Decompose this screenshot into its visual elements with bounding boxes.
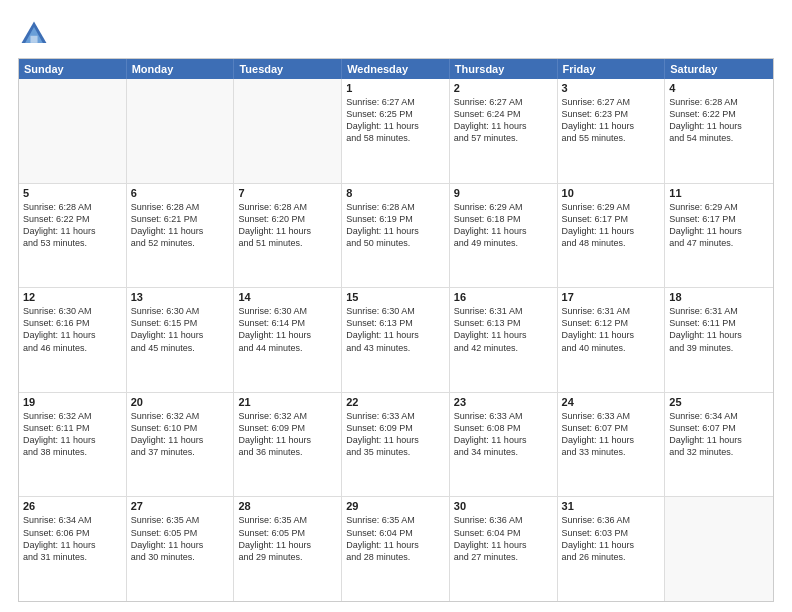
day-number: 9 (454, 187, 553, 199)
day-info: Sunrise: 6:30 AM Sunset: 6:14 PM Dayligh… (238, 305, 337, 354)
calendar-day-5: 5Sunrise: 6:28 AM Sunset: 6:22 PM Daylig… (19, 184, 127, 288)
day-info: Sunrise: 6:27 AM Sunset: 6:23 PM Dayligh… (562, 96, 661, 145)
calendar-week-2: 5Sunrise: 6:28 AM Sunset: 6:22 PM Daylig… (19, 184, 773, 289)
calendar-header: SundayMondayTuesdayWednesdayThursdayFrid… (19, 59, 773, 79)
calendar-day-17: 17Sunrise: 6:31 AM Sunset: 6:12 PM Dayli… (558, 288, 666, 392)
calendar-day-empty (234, 79, 342, 183)
calendar-day-10: 10Sunrise: 6:29 AM Sunset: 6:17 PM Dayli… (558, 184, 666, 288)
day-info: Sunrise: 6:30 AM Sunset: 6:15 PM Dayligh… (131, 305, 230, 354)
day-info: Sunrise: 6:32 AM Sunset: 6:09 PM Dayligh… (238, 410, 337, 459)
svg-rect-2 (30, 36, 37, 43)
day-number: 16 (454, 291, 553, 303)
day-info: Sunrise: 6:34 AM Sunset: 6:06 PM Dayligh… (23, 514, 122, 563)
calendar-day-3: 3Sunrise: 6:27 AM Sunset: 6:23 PM Daylig… (558, 79, 666, 183)
day-info: Sunrise: 6:35 AM Sunset: 6:04 PM Dayligh… (346, 514, 445, 563)
day-number: 26 (23, 500, 122, 512)
weekday-header-sunday: Sunday (19, 59, 127, 79)
calendar-day-16: 16Sunrise: 6:31 AM Sunset: 6:13 PM Dayli… (450, 288, 558, 392)
calendar-day-18: 18Sunrise: 6:31 AM Sunset: 6:11 PM Dayli… (665, 288, 773, 392)
weekday-header-thursday: Thursday (450, 59, 558, 79)
calendar-day-22: 22Sunrise: 6:33 AM Sunset: 6:09 PM Dayli… (342, 393, 450, 497)
calendar-day-24: 24Sunrise: 6:33 AM Sunset: 6:07 PM Dayli… (558, 393, 666, 497)
calendar-day-30: 30Sunrise: 6:36 AM Sunset: 6:04 PM Dayli… (450, 497, 558, 601)
day-info: Sunrise: 6:33 AM Sunset: 6:07 PM Dayligh… (562, 410, 661, 459)
day-number: 27 (131, 500, 230, 512)
calendar-day-23: 23Sunrise: 6:33 AM Sunset: 6:08 PM Dayli… (450, 393, 558, 497)
calendar-day-29: 29Sunrise: 6:35 AM Sunset: 6:04 PM Dayli… (342, 497, 450, 601)
day-number: 4 (669, 82, 769, 94)
calendar-day-13: 13Sunrise: 6:30 AM Sunset: 6:15 PM Dayli… (127, 288, 235, 392)
calendar-day-31: 31Sunrise: 6:36 AM Sunset: 6:03 PM Dayli… (558, 497, 666, 601)
calendar-week-4: 19Sunrise: 6:32 AM Sunset: 6:11 PM Dayli… (19, 393, 773, 498)
day-number: 5 (23, 187, 122, 199)
calendar-week-1: 1Sunrise: 6:27 AM Sunset: 6:25 PM Daylig… (19, 79, 773, 184)
calendar-body: 1Sunrise: 6:27 AM Sunset: 6:25 PM Daylig… (19, 79, 773, 601)
day-info: Sunrise: 6:28 AM Sunset: 6:19 PM Dayligh… (346, 201, 445, 250)
day-number: 25 (669, 396, 769, 408)
day-info: Sunrise: 6:36 AM Sunset: 6:03 PM Dayligh… (562, 514, 661, 563)
calendar-day-12: 12Sunrise: 6:30 AM Sunset: 6:16 PM Dayli… (19, 288, 127, 392)
calendar-day-25: 25Sunrise: 6:34 AM Sunset: 6:07 PM Dayli… (665, 393, 773, 497)
calendar-day-4: 4Sunrise: 6:28 AM Sunset: 6:22 PM Daylig… (665, 79, 773, 183)
day-number: 14 (238, 291, 337, 303)
day-number: 31 (562, 500, 661, 512)
day-number: 6 (131, 187, 230, 199)
weekday-header-saturday: Saturday (665, 59, 773, 79)
day-info: Sunrise: 6:33 AM Sunset: 6:08 PM Dayligh… (454, 410, 553, 459)
day-info: Sunrise: 6:29 AM Sunset: 6:17 PM Dayligh… (669, 201, 769, 250)
calendar-day-6: 6Sunrise: 6:28 AM Sunset: 6:21 PM Daylig… (127, 184, 235, 288)
calendar: SundayMondayTuesdayWednesdayThursdayFrid… (18, 58, 774, 602)
day-info: Sunrise: 6:28 AM Sunset: 6:22 PM Dayligh… (23, 201, 122, 250)
calendar-day-11: 11Sunrise: 6:29 AM Sunset: 6:17 PM Dayli… (665, 184, 773, 288)
calendar-day-27: 27Sunrise: 6:35 AM Sunset: 6:05 PM Dayli… (127, 497, 235, 601)
calendar-day-1: 1Sunrise: 6:27 AM Sunset: 6:25 PM Daylig… (342, 79, 450, 183)
day-info: Sunrise: 6:31 AM Sunset: 6:13 PM Dayligh… (454, 305, 553, 354)
weekday-header-friday: Friday (558, 59, 666, 79)
day-info: Sunrise: 6:35 AM Sunset: 6:05 PM Dayligh… (131, 514, 230, 563)
day-info: Sunrise: 6:36 AM Sunset: 6:04 PM Dayligh… (454, 514, 553, 563)
day-number: 22 (346, 396, 445, 408)
day-info: Sunrise: 6:33 AM Sunset: 6:09 PM Dayligh… (346, 410, 445, 459)
day-number: 21 (238, 396, 337, 408)
day-number: 29 (346, 500, 445, 512)
day-number: 15 (346, 291, 445, 303)
calendar-day-8: 8Sunrise: 6:28 AM Sunset: 6:19 PM Daylig… (342, 184, 450, 288)
weekday-header-tuesday: Tuesday (234, 59, 342, 79)
day-number: 7 (238, 187, 337, 199)
calendar-day-28: 28Sunrise: 6:35 AM Sunset: 6:05 PM Dayli… (234, 497, 342, 601)
day-info: Sunrise: 6:27 AM Sunset: 6:25 PM Dayligh… (346, 96, 445, 145)
weekday-header-monday: Monday (127, 59, 235, 79)
page: SundayMondayTuesdayWednesdayThursdayFrid… (0, 0, 792, 612)
calendar-day-26: 26Sunrise: 6:34 AM Sunset: 6:06 PM Dayli… (19, 497, 127, 601)
day-info: Sunrise: 6:28 AM Sunset: 6:20 PM Dayligh… (238, 201, 337, 250)
day-number: 19 (23, 396, 122, 408)
calendar-day-19: 19Sunrise: 6:32 AM Sunset: 6:11 PM Dayli… (19, 393, 127, 497)
calendar-day-7: 7Sunrise: 6:28 AM Sunset: 6:20 PM Daylig… (234, 184, 342, 288)
day-info: Sunrise: 6:29 AM Sunset: 6:17 PM Dayligh… (562, 201, 661, 250)
weekday-header-wednesday: Wednesday (342, 59, 450, 79)
day-number: 2 (454, 82, 553, 94)
day-info: Sunrise: 6:27 AM Sunset: 6:24 PM Dayligh… (454, 96, 553, 145)
day-number: 20 (131, 396, 230, 408)
day-info: Sunrise: 6:35 AM Sunset: 6:05 PM Dayligh… (238, 514, 337, 563)
logo (18, 18, 54, 50)
calendar-day-empty (665, 497, 773, 601)
day-number: 10 (562, 187, 661, 199)
day-info: Sunrise: 6:30 AM Sunset: 6:16 PM Dayligh… (23, 305, 122, 354)
day-number: 18 (669, 291, 769, 303)
logo-icon (18, 18, 50, 50)
day-info: Sunrise: 6:34 AM Sunset: 6:07 PM Dayligh… (669, 410, 769, 459)
header (18, 18, 774, 50)
calendar-day-empty (19, 79, 127, 183)
day-number: 1 (346, 82, 445, 94)
day-info: Sunrise: 6:29 AM Sunset: 6:18 PM Dayligh… (454, 201, 553, 250)
calendar-day-2: 2Sunrise: 6:27 AM Sunset: 6:24 PM Daylig… (450, 79, 558, 183)
calendar-day-15: 15Sunrise: 6:30 AM Sunset: 6:13 PM Dayli… (342, 288, 450, 392)
day-number: 3 (562, 82, 661, 94)
day-number: 17 (562, 291, 661, 303)
calendar-day-empty (127, 79, 235, 183)
day-number: 23 (454, 396, 553, 408)
day-info: Sunrise: 6:28 AM Sunset: 6:22 PM Dayligh… (669, 96, 769, 145)
calendar-day-20: 20Sunrise: 6:32 AM Sunset: 6:10 PM Dayli… (127, 393, 235, 497)
day-number: 12 (23, 291, 122, 303)
